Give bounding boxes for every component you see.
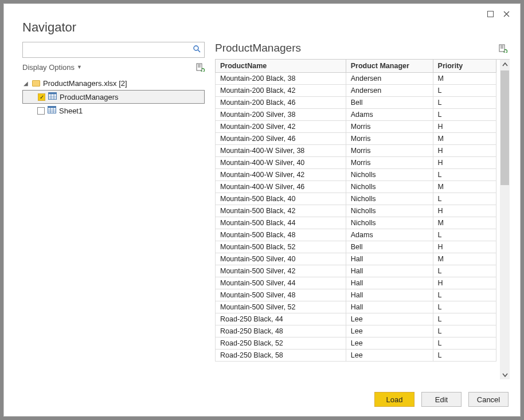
table-row[interactable]: Mountain-500 Black, 48AdamsL [216,229,496,241]
table-cell: L [433,313,496,325]
search-box[interactable] [22,42,205,58]
table-cell: H [433,241,496,253]
maximize-button[interactable] [482,8,498,19]
table-cell: M [433,253,496,265]
table-cell: Lee [346,313,433,325]
display-options-dropdown[interactable]: Display Options ▼ [22,63,82,72]
table-icon [48,106,56,115]
vertical-scrollbar[interactable] [500,60,510,379]
table-row[interactable]: Road-250 Black, 58LeeL [216,350,496,362]
table-row[interactable]: Mountain-200 Black, 38AndersenM [216,73,496,85]
table-cell: Morris [346,157,433,169]
table-cell: Nicholls [346,193,433,205]
table-row[interactable]: Mountain-200 Silver, 42MorrisH [216,121,496,133]
tree-item[interactable]: ✓ProductManagers [22,90,205,104]
preview-title: ProductManagers [215,42,301,54]
table-cell: Mountain-400-W Silver, 38 [216,145,346,157]
svg-rect-0 [487,11,493,17]
table-row[interactable]: Mountain-200 Black, 42AndersenL [216,85,496,97]
table-cell: M [433,181,496,193]
window-titlebar [4,4,520,20]
preview-table: ProductNameProduct ManagerPriority Mount… [215,60,496,362]
table-cell: M [433,73,496,85]
caret-down-icon[interactable]: ◢ [24,80,29,87]
table-row[interactable]: Mountain-500 Silver, 52HallL [216,301,496,313]
table-cell: Nicholls [346,169,433,181]
table-cell: Andersen [346,73,433,85]
table-cell: Road-250 Black, 48 [216,325,346,337]
table-cell: Mountain-500 Silver, 44 [216,277,346,289]
table-cell: H [433,205,496,217]
table-cell: Nicholls [346,217,433,229]
table-row[interactable]: Mountain-500 Silver, 44HallH [216,277,496,289]
table-row[interactable]: Mountain-500 Silver, 40HallM [216,253,496,265]
table-row[interactable]: Mountain-500 Silver, 48HallL [216,289,496,301]
table-row[interactable]: Road-250 Black, 48LeeL [216,325,496,337]
checkbox[interactable] [37,107,45,115]
left-pane: Display Options ▼ ◢ [22,42,205,379]
table-cell: Mountain-200 Black, 38 [216,73,346,85]
load-button[interactable]: Load [374,392,414,407]
scroll-up-icon[interactable] [500,60,510,69]
table-row[interactable]: Mountain-500 Black, 40NichollsL [216,193,496,205]
table-cell: Mountain-500 Silver, 48 [216,289,346,301]
search-icon[interactable] [193,45,201,54]
table-row[interactable]: Mountain-500 Silver, 42HallL [216,265,496,277]
edit-button[interactable]: Edit [421,392,462,407]
table-cell: L [433,301,496,313]
checkbox[interactable]: ✓ [38,93,45,101]
table-cell: H [433,121,496,133]
scroll-down-icon[interactable] [500,370,510,379]
table-cell: Mountain-500 Black, 40 [216,193,346,205]
table-cell: Bell [346,241,433,253]
table-cell: Morris [346,145,433,157]
source-tree: ◢ ProductManagers.xlsx [2] ✓ProductManag… [22,76,205,117]
preview-refresh-icon[interactable] [498,44,507,53]
table-cell: Mountain-200 Silver, 42 [216,121,346,133]
column-header[interactable]: Priority [433,60,496,73]
table-cell: Mountain-500 Silver, 52 [216,301,346,313]
table-row[interactable]: Mountain-400-W Silver, 42NichollsL [216,169,496,181]
table-row[interactable]: Road-250 Black, 52LeeL [216,337,496,350]
table-row[interactable]: Mountain-400-W Silver, 40MorrisH [216,157,496,169]
table-cell: Road-250 Black, 58 [216,350,346,362]
table-cell: Hall [346,301,433,313]
table-cell: M [433,133,496,145]
table-cell: L [433,229,496,241]
search-input[interactable] [26,45,193,55]
chevron-down-icon: ▼ [77,64,82,70]
table-cell: Lee [346,337,433,350]
table-row[interactable]: Mountain-200 Silver, 38AdamsL [216,109,496,121]
table-row[interactable]: Mountain-200 Black, 46BellL [216,97,496,109]
tree-item[interactable]: Sheet1 [22,104,205,117]
table-row[interactable]: Mountain-200 Silver, 46MorrisM [216,133,496,145]
cancel-button[interactable]: Cancel [468,392,509,407]
table-row[interactable]: Mountain-400-W Silver, 46NichollsM [216,181,496,193]
tree-root-row[interactable]: ◢ ProductManagers.xlsx [2] [22,76,205,90]
table-row[interactable]: Road-250 Black, 44LeeL [216,313,496,325]
table-cell: Nicholls [346,181,433,193]
table-cell: L [433,193,496,205]
table-row[interactable]: Mountain-500 Black, 42NichollsH [216,205,496,217]
table-cell: Adams [346,229,433,241]
refresh-icon[interactable] [195,62,205,72]
preview-table-scroll: ProductNameProduct ManagerPriority Mount… [215,60,496,379]
table-cell: Road-250 Black, 52 [216,337,346,350]
table-cell: L [433,97,496,109]
table-row[interactable]: Mountain-500 Black, 44NichollsM [216,217,496,229]
dialog-title: Navigator [4,20,520,42]
svg-rect-6 [48,107,56,108]
close-button[interactable] [498,8,514,19]
table-cell: L [433,169,496,181]
column-header[interactable]: Product Manager [346,60,433,73]
table-row[interactable]: Mountain-500 Black, 52BellH [216,241,496,253]
table-row[interactable]: Mountain-400-W Silver, 38MorrisH [216,145,496,157]
table-cell: L [433,325,496,337]
scroll-thumb[interactable] [500,70,509,185]
column-header[interactable]: ProductName [216,60,346,73]
table-cell: Mountain-400-W Silver, 46 [216,181,346,193]
table-cell: Bell [346,97,433,109]
table-cell: H [433,145,496,157]
tree-item-label: Sheet1 [59,107,83,115]
table-cell: Andersen [346,85,433,97]
